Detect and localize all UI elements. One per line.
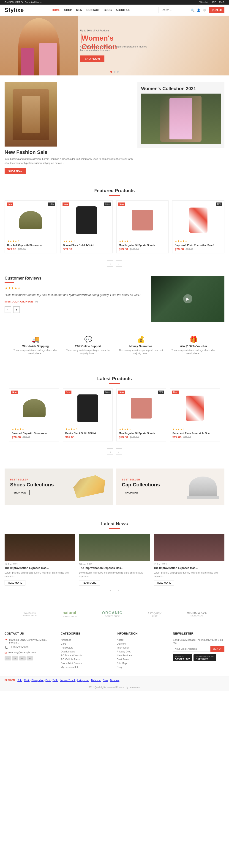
products-prev-button[interactable]: ‹ — [107, 260, 113, 267]
fashion-link[interactable]: Desk — [45, 679, 51, 682]
product-card[interactable]: New ★★★★☆ Supersoft Plain Reversible Sca… — [170, 389, 220, 441]
fashion-sale-shop-button[interactable]: SHOP NOW — [5, 168, 26, 174]
currency-selector[interactable]: USD — [211, 1, 216, 4]
products-next-button[interactable]: › — [116, 260, 122, 267]
newsletter-email-input[interactable] — [173, 646, 211, 652]
nav-shop[interactable]: SHOP — [64, 8, 72, 12]
product-card[interactable]: New 50% ★★★★☆ Denim Black Solid T-Shirt … — [63, 389, 113, 441]
hero-dot-1[interactable] — [110, 71, 112, 73]
footer-category-link[interactable]: Drone Mini Drones — [61, 662, 112, 664]
nav-men[interactable]: MEN — [76, 8, 82, 12]
product-card[interactable]: New ★★★★☆ Men Regular Fit Sports Shorts … — [116, 200, 168, 253]
user-icon[interactable]: 👤 — [197, 8, 200, 12]
news-read-more-button[interactable]: READ MORE — [154, 580, 175, 586]
latest-news-title: Latest News — [5, 521, 224, 527]
footer-info-link[interactable]: Site Map — [117, 662, 168, 664]
footer-info-link[interactable]: Information — [117, 646, 168, 649]
latest-products-grid: New ★★★★☆ Baseball Cap with Stormwear $2… — [5, 389, 224, 446]
review-prev-button[interactable]: ‹ — [5, 306, 11, 313]
footer-category-link[interactable]: Cars — [61, 642, 112, 645]
brand-name: ORGANIC — [102, 611, 123, 615]
product-old-price: $75.00 — [23, 436, 30, 439]
fashion-link[interactable]: Sofa — [17, 679, 22, 682]
language-selector[interactable]: ENG — [219, 1, 224, 4]
cart-button[interactable]: $169.00 — [209, 7, 224, 13]
brand-name: MICROWAVE — [187, 611, 207, 615]
fashion-link[interactable]: Table — [52, 679, 58, 682]
app-store-badge[interactable]: DOWNLOAD ON THE App Store — [193, 654, 216, 661]
fashion-link[interactable]: Stool — [103, 679, 108, 682]
news-read-more-button[interactable]: READ MORE — [5, 580, 26, 586]
shoes-collection-card: BEST SELLER Shoes Collections SHOP NOW — [5, 468, 113, 505]
footer-info-link[interactable]: New Products — [117, 654, 168, 657]
footer-info-link[interactable]: Best Sales — [117, 658, 168, 661]
footer-category-link[interactable]: Helicopters — [61, 646, 112, 649]
latest-products-navigation: ‹ › — [5, 446, 224, 459]
hero-shop-now-button[interactable]: SHOP NOW — [80, 55, 105, 62]
hero-dot-2[interactable] — [114, 71, 115, 73]
product-stars: ★★★★☆ — [173, 428, 217, 431]
news-description: Lorem ipsum is simplyp and dummy texting… — [154, 571, 224, 578]
product-card[interactable]: 20% ★★★★☆ Supersoft Plain Reversible Sca… — [172, 200, 224, 253]
fashion-link[interactable]: Dining table — [31, 679, 43, 682]
fashion-link[interactable]: Lachine Tu soft — [60, 679, 76, 682]
fashion-sale-image — [5, 82, 57, 147]
nav-contact[interactable]: CONTACT — [86, 8, 100, 12]
product-discount-badge: 20% — [104, 203, 111, 206]
footer-category-link[interactable]: RC Boats & Yachts — [61, 654, 112, 657]
footer-category-link[interactable]: My personal Info — [61, 666, 112, 669]
product-card[interactable]: New 50% ★★★★☆ Men Regular Fit Sports Sho… — [116, 389, 166, 441]
news-prev-button[interactable]: ‹ — [107, 588, 113, 594]
video-play-button[interactable]: ▶ — [183, 294, 192, 303]
product-name: Baseball Cap with Stormwear — [12, 432, 56, 435]
product-card[interactable]: New ★★★★☆ Baseball Cap with Stormwear $2… — [9, 389, 59, 441]
footer-info-link[interactable]: Delivery — [117, 642, 168, 645]
brand-everyday: Everyday SHOP — [148, 611, 161, 617]
google-play-badge[interactable]: GET IT ON Google Play — [173, 654, 192, 661]
fashion-link[interactable]: Bedroom — [110, 679, 119, 682]
logo: Stylixe — [5, 7, 24, 13]
hero-dot-3[interactable] — [117, 71, 119, 73]
product-new-badge: New — [118, 391, 125, 394]
footer-bottom: 2021 @ All rights reserved Powered by de… — [0, 684, 229, 691]
product-new-badge: New — [11, 391, 18, 394]
latest-prev-button[interactable]: ‹ — [107, 448, 113, 455]
heart-icon[interactable]: 🤍 — [203, 8, 206, 12]
nav-home[interactable]: HOME — [52, 8, 60, 12]
latest-title-underline — [109, 383, 120, 384]
shoes-shop-now-button[interactable]: SHOP NOW — [10, 490, 30, 495]
footer-category-link[interactable]: RC Vehicle Parts — [61, 658, 112, 661]
footer-information-col: INFORMATION About Delivery Information P… — [117, 632, 168, 670]
review-text: "This moisturizer makes my skin feel so … — [5, 292, 147, 298]
footer-info-link[interactable]: Blog — [117, 666, 168, 669]
mc-icon: MC — [12, 656, 18, 660]
footer-info-link[interactable]: Privacy Drop — [117, 650, 168, 653]
product-price: $29.00 — [175, 247, 184, 251]
fashion-link[interactable]: Chair — [24, 679, 30, 682]
review-next-button[interactable]: › — [13, 306, 20, 313]
news-read-more-button[interactable]: READ MORE — [79, 580, 100, 586]
nav-about[interactable]: ABOUT US — [116, 8, 130, 12]
newsletter-signup-button[interactable]: SIGN UP — [211, 646, 224, 652]
product-card[interactable]: New 10% ★★★★☆ Baseball Cap with Stormwea… — [5, 200, 57, 253]
product-stars: ★★★★☆ — [119, 240, 166, 243]
brand-name: Proudfoods — [22, 612, 37, 614]
nav-blog[interactable]: BLOG — [104, 8, 112, 12]
womens-collection-box: Women's Collection 2021 — [138, 82, 224, 148]
search-input[interactable] — [158, 7, 188, 13]
footer-category-link[interactable]: Quadcopters — [61, 650, 112, 653]
search-icon[interactable]: 🔍 — [191, 8, 194, 12]
copyright-text: 2021 @ All rights reserved Powered by de… — [89, 686, 140, 689]
fashion-link[interactable]: Living room — [77, 679, 89, 682]
feature-worldwide-shipping: 🚚 Worldwide Shipping There many variatio… — [9, 334, 62, 358]
news-next-button[interactable]: › — [116, 588, 122, 594]
caps-shop-now-button[interactable]: SHOP NOW — [122, 490, 141, 495]
fashion-link[interactable]: Bathroom — [91, 679, 101, 682]
footer-info-link[interactable]: About — [117, 639, 168, 641]
product-old-price: $100.00 — [129, 248, 139, 251]
wishlist-link[interactable]: Wishlist — [199, 1, 208, 4]
product-card[interactable]: New 20% ★★★★☆ Denim Black Solid T-Shirt … — [61, 200, 113, 253]
money-icon: 💰 — [117, 336, 165, 343]
footer-category-link[interactable]: Airplanes — [61, 639, 112, 641]
latest-next-button[interactable]: › — [116, 448, 122, 455]
